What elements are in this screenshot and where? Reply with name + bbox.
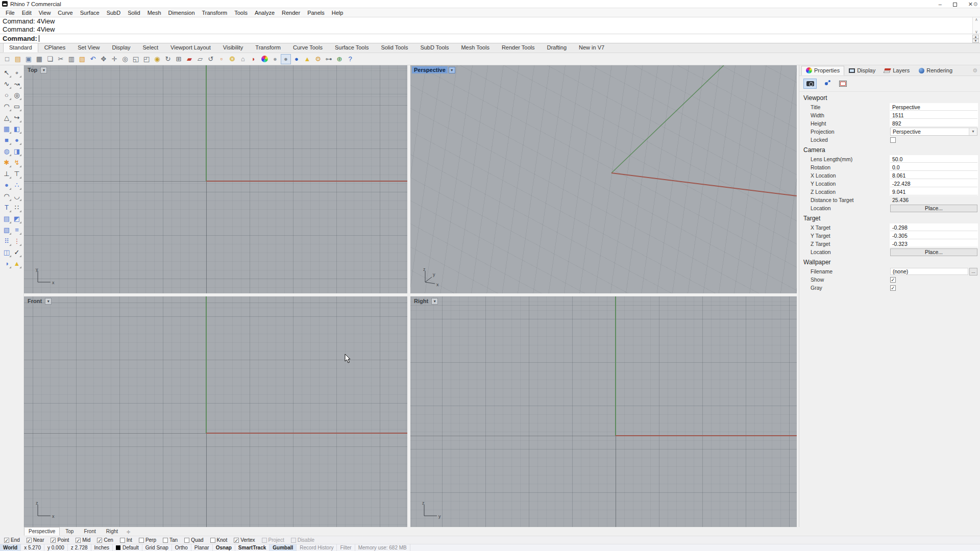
camera-dolly-button[interactable]	[820, 79, 833, 89]
blend-curve-icon[interactable]: ◡	[12, 191, 22, 202]
help-icon[interactable]: ?	[345, 54, 355, 64]
toolbar-tab[interactable]: Set View	[71, 43, 106, 53]
viewport-title-right[interactable]: Right ▼	[412, 297, 438, 305]
circle-icon[interactable]: ○	[2, 90, 12, 101]
move-view-icon[interactable]: ✛	[109, 54, 119, 64]
cap-icon[interactable]: ◑	[2, 258, 12, 269]
osnap-checkbox[interactable]	[27, 538, 32, 543]
save-icon[interactable]: ▣	[23, 54, 34, 64]
select-arrow-icon[interactable]: ↖	[2, 67, 12, 78]
viewport-tab[interactable]: Right	[102, 527, 122, 536]
text-icon[interactable]: T	[2, 202, 12, 213]
camera-y-input[interactable]	[890, 180, 977, 187]
trim-icon[interactable]: ⊥	[2, 168, 12, 179]
lens-length-input[interactable]	[890, 156, 977, 163]
zoom-selected-icon[interactable]: ◉	[152, 54, 162, 64]
menu-item[interactable]: Tools	[231, 9, 251, 16]
menu-item[interactable]: Edit	[18, 9, 35, 16]
osnap-checkbox[interactable]	[97, 538, 102, 543]
osnap-checkbox[interactable]	[291, 538, 296, 543]
toolbar-tab[interactable]: New in V7	[573, 43, 610, 53]
locked-checkbox[interactable]	[890, 137, 896, 143]
toolbar-tab[interactable]: SubD Tools	[414, 43, 455, 53]
restore-button[interactable]	[953, 1, 957, 8]
menu-item[interactable]: Panels	[304, 9, 328, 16]
open-file-icon[interactable]: ▤	[13, 54, 23, 64]
display-mode-icon[interactable]: ◗	[249, 54, 259, 64]
wallpaper-show-checkbox[interactable]	[890, 277, 896, 283]
boolean-icon[interactable]: ↯	[12, 157, 22, 168]
menu-item[interactable]: Help	[328, 9, 347, 16]
target-y-input[interactable]	[890, 232, 977, 239]
z-coordinate[interactable]: z 2.728	[68, 544, 91, 551]
new-file-icon[interactable]: □	[2, 54, 12, 64]
layer-pane[interactable]: Default	[113, 544, 142, 551]
gumball-pane[interactable]: Gumball	[270, 544, 297, 551]
osnap-toggle[interactable]: Knot	[210, 537, 228, 543]
toolbar-tab[interactable]: Drafting	[541, 43, 573, 53]
rectangle-icon[interactable]: ▭	[12, 101, 22, 112]
spin-down-icon[interactable]: ▼	[972, 39, 979, 43]
viewport-properties-button[interactable]	[803, 79, 817, 89]
panel-gear-icon[interactable]: ⚙	[972, 67, 977, 74]
menu-item[interactable]: Render	[278, 9, 304, 16]
cone-icon[interactable]: ▲	[12, 258, 22, 269]
viewport-title-front[interactable]: Front ▼	[26, 297, 52, 305]
memory-pane[interactable]: Memory use: 682 MB	[355, 544, 410, 551]
set-view-icon[interactable]: ▰	[184, 54, 194, 64]
render-preview-icon[interactable]: ▲	[302, 54, 312, 64]
cplane-pane[interactable]: World	[0, 544, 21, 551]
split-icon[interactable]: ⊤	[12, 168, 22, 179]
color-wheel-icon[interactable]: ●	[259, 54, 270, 64]
polyline-icon[interactable]: ∿	[2, 79, 12, 89]
viewport-tab[interactable]: Perspective	[24, 527, 60, 536]
menu-item[interactable]: Curve	[54, 9, 76, 16]
lamp-icon[interactable]: ❂	[227, 54, 237, 64]
viewport-height-input[interactable]	[890, 120, 977, 127]
rotation-input[interactable]	[890, 164, 977, 171]
offset-surface-icon[interactable]: ◩	[12, 213, 22, 224]
curve-from-object-icon[interactable]: ↪	[12, 112, 22, 123]
toolbar-gear-icon[interactable]: ⚙	[973, 1, 978, 8]
tab-properties[interactable]: Properties	[801, 66, 844, 76]
cut-icon[interactable]: ✂	[56, 54, 66, 64]
toolbar-tab[interactable]: Render Tools	[496, 43, 541, 53]
osnap-toggle[interactable]: Point	[51, 537, 69, 543]
osnap-toggle[interactable]: Vertex	[234, 537, 255, 543]
viewport-front[interactable]: Front ▼ z x	[24, 296, 407, 527]
menu-item[interactable]: View	[35, 9, 55, 16]
group-icon[interactable]: ●	[2, 180, 12, 190]
osnap-checkbox[interactable]	[120, 538, 125, 543]
ellipse-icon[interactable]: ◎	[12, 90, 22, 101]
menu-item[interactable]: Mesh	[144, 9, 165, 16]
box-icon[interactable]: ■	[2, 135, 12, 145]
control-points-icon[interactable]: ∷	[12, 202, 22, 213]
menu-item[interactable]: Surface	[77, 9, 103, 16]
torus-icon[interactable]: ◍	[2, 146, 12, 157]
toolbar-tab[interactable]: CPlanes	[38, 43, 72, 53]
shaded-viewport-icon[interactable]: ●	[270, 54, 280, 64]
wallpaper-button[interactable]	[836, 79, 849, 89]
toolbar-tab[interactable]: Visibility	[217, 43, 250, 53]
surface-edit-icon[interactable]: ◨	[12, 146, 22, 157]
surface-from-points-icon[interactable]: ▦	[2, 123, 12, 134]
toolbar-tab[interactable]: Solid Tools	[375, 43, 414, 53]
camera-z-input[interactable]	[890, 188, 977, 195]
prompt-spinners[interactable]: ▲ ▼	[972, 35, 979, 43]
toolbar-tab[interactable]: Curve Tools	[287, 43, 329, 53]
osnap-checkbox[interactable]	[51, 538, 56, 543]
viewport-title-perspective[interactable]: Perspective ▼	[412, 66, 455, 73]
selection-filter-icon[interactable]: ▫	[216, 54, 227, 64]
target-x-input[interactable]	[890, 224, 977, 231]
osnap-checkbox[interactable]	[139, 538, 144, 543]
polygon-icon[interactable]: △	[2, 112, 12, 123]
close-button[interactable]: ✕	[968, 1, 973, 8]
menu-item[interactable]: File	[2, 9, 18, 16]
osnap-pane[interactable]: Osnap	[213, 544, 235, 551]
tab-rendering[interactable]: Rendering	[914, 66, 957, 76]
smarttrack-pane[interactable]: SmartTrack	[235, 544, 270, 551]
ortho-pane[interactable]: Ortho	[172, 544, 191, 551]
filter-pane[interactable]: Filter	[337, 544, 355, 551]
block-icon[interactable]: ▤	[2, 213, 12, 224]
new-viewport-tab-icon[interactable]: ✛	[124, 529, 134, 536]
